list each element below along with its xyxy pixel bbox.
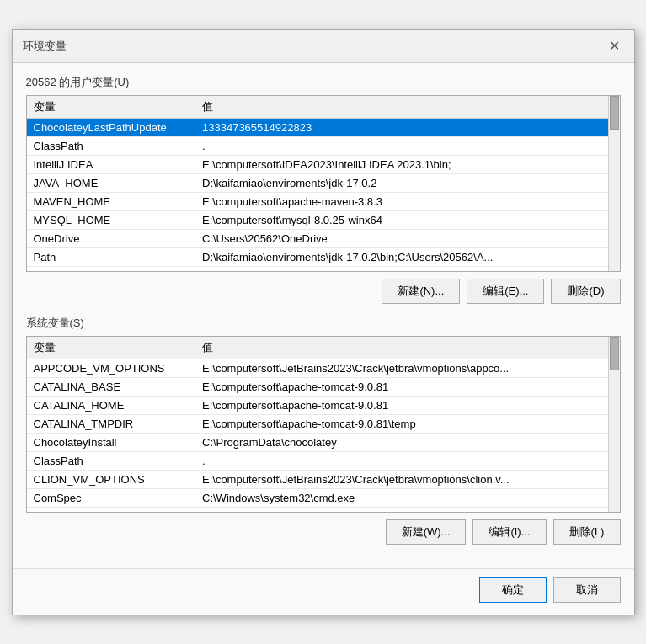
- system-delete-button[interactable]: 删除(L): [553, 519, 621, 545]
- table-row[interactable]: PathD:\kaifamiao\enviroments\jdk-17.0.2\…: [27, 247, 620, 266]
- var-cell: ChocolateyInstall: [27, 433, 195, 451]
- user-section-label: 20562 的用户变量(U): [26, 75, 621, 90]
- dialog-body: 20562 的用户变量(U) 变量 值 ChocolateyLastPathUp…: [13, 63, 634, 568]
- var-cell: OneDrive: [27, 229, 195, 247]
- val-cell: .: [195, 451, 620, 470]
- user-delete-button[interactable]: 删除(D): [551, 279, 620, 304]
- system-variables-table: 变量 值 APPCODE_VM_OPTIONSE:\computersoft\J…: [27, 337, 620, 508]
- var-cell: IntelliJ IDEA: [27, 155, 195, 173]
- system-table-body: APPCODE_VM_OPTIONSE:\computersoft\JetBra…: [27, 359, 620, 507]
- dialog-title: 环境变量: [23, 39, 67, 54]
- table-row[interactable]: ClassPath.: [27, 451, 620, 470]
- var-cell: CATALINA_BASE: [27, 377, 195, 396]
- table-row[interactable]: ClassPath.: [27, 136, 620, 155]
- val-cell: C:\Users\20562\OneDrive: [195, 229, 620, 247]
- user-col-val-header: 值: [195, 96, 620, 119]
- user-variables-table: 变量 值 ChocolateyLastPathUpdate13334736551…: [27, 96, 620, 267]
- user-table-body: ChocolateyLastPathUpdate1333473655149228…: [27, 118, 620, 266]
- var-cell: ChocolateyLastPathUpdate: [27, 118, 195, 136]
- system-section-label: 系统变量(S): [26, 316, 621, 331]
- system-variables-section: 系统变量(S) 变量 值 APPCODE_VM_OPTIONSE:\comput…: [26, 316, 621, 513]
- table-row[interactable]: IntelliJ IDEAE:\computersoft\IDEA2023\In…: [27, 155, 620, 173]
- var-cell: ClassPath: [27, 136, 195, 155]
- title-bar: 环境变量 ✕: [13, 30, 634, 63]
- var-cell: ComSpec: [27, 488, 195, 507]
- system-col-var-header: 变量: [27, 337, 195, 359]
- cancel-button[interactable]: 取消: [553, 577, 621, 603]
- table-row[interactable]: OneDriveC:\Users\20562\OneDrive: [27, 229, 620, 247]
- var-cell: MYSQL_HOME: [27, 210, 195, 229]
- system-scrollbar-thumb[interactable]: [610, 337, 619, 370]
- table-row[interactable]: JAVA_HOMED:\kaifamiao\enviroments\jdk-17…: [27, 173, 620, 192]
- footer-buttons: 确定 取消: [13, 568, 634, 615]
- close-button[interactable]: ✕: [606, 37, 624, 56]
- user-variables-table-container: 变量 值 ChocolateyLastPathUpdate13334736551…: [26, 95, 621, 272]
- user-table-header: 变量 值: [27, 96, 620, 119]
- table-row[interactable]: CLION_VM_OPTIONSE:\computersoft\JetBrain…: [27, 470, 620, 488]
- table-row[interactable]: APPCODE_VM_OPTIONSE:\computersoft\JetBra…: [27, 359, 620, 377]
- user-edit-button[interactable]: 编辑(E)...: [467, 279, 544, 304]
- user-scrollbar-track[interactable]: [608, 96, 620, 271]
- var-cell: CLION_VM_OPTIONS: [27, 470, 195, 488]
- ok-button[interactable]: 确定: [479, 577, 547, 603]
- system-col-val-header: 值: [195, 337, 620, 359]
- val-cell: 133347365514922823: [195, 118, 620, 136]
- val-cell: E:\computersoft\apache-tomcat-9.0.81: [195, 396, 620, 414]
- var-cell: Path: [27, 247, 195, 266]
- system-variables-table-container: 变量 值 APPCODE_VM_OPTIONSE:\computersoft\J…: [26, 336, 621, 513]
- val-cell: D:\kaifamiao\enviroments\jdk-17.0.2\bin;…: [195, 247, 620, 266]
- system-table-header: 变量 值: [27, 337, 620, 359]
- val-cell: E:\computersoft\apache-tomcat-9.0.81\tem…: [195, 414, 620, 433]
- system-new-button[interactable]: 新建(W)...: [386, 519, 467, 545]
- var-cell: JAVA_HOME: [27, 173, 195, 192]
- var-cell: ClassPath: [27, 451, 195, 470]
- val-cell: C:\ProgramData\chocolatey: [195, 433, 620, 451]
- table-row[interactable]: CATALINA_TMPDIRE:\computersoft\apache-to…: [27, 414, 620, 433]
- table-row[interactable]: ComSpecC:\Windows\system32\cmd.exe: [27, 488, 620, 507]
- user-scrollbar-thumb[interactable]: [610, 96, 619, 130]
- environment-variables-dialog: 环境变量 ✕ 20562 的用户变量(U) 变量 值 ChocolateyLas…: [12, 29, 635, 615]
- val-cell: E:\computersoft\apache-tomcat-9.0.81: [195, 377, 620, 396]
- table-row[interactable]: CATALINA_BASEE:\computersoft\apache-tomc…: [27, 377, 620, 396]
- var-cell: APPCODE_VM_OPTIONS: [27, 359, 195, 377]
- var-cell: CATALINA_TMPDIR: [27, 414, 195, 433]
- val-cell: C:\Windows\system32\cmd.exe: [195, 488, 620, 507]
- val-cell: E:\computersoft\IDEA2023\IntelliJ IDEA 2…: [195, 155, 620, 173]
- val-cell: D:\kaifamiao\enviroments\jdk-17.0.2: [195, 173, 620, 192]
- table-row[interactable]: ChocolateyInstallC:\ProgramData\chocolat…: [27, 433, 620, 451]
- user-button-row: 新建(N)... 编辑(E)... 删除(D): [26, 279, 621, 304]
- val-cell: E:\computersoft\mysql-8.0.25-winx64: [195, 210, 620, 229]
- table-row[interactable]: MYSQL_HOMEE:\computersoft\mysql-8.0.25-w…: [27, 210, 620, 229]
- val-cell: .: [195, 136, 620, 155]
- table-row[interactable]: ChocolateyLastPathUpdate1333473655149228…: [27, 118, 620, 136]
- var-cell: CATALINA_HOME: [27, 396, 195, 414]
- system-scrollbar-track[interactable]: [608, 337, 620, 512]
- system-edit-button[interactable]: 编辑(I)...: [472, 519, 546, 545]
- val-cell: E:\computersoft\apache-maven-3.8.3: [195, 192, 620, 210]
- user-col-var-header: 变量: [27, 96, 195, 119]
- user-new-button[interactable]: 新建(N)...: [382, 279, 460, 304]
- table-row[interactable]: CATALINA_HOMEE:\computersoft\apache-tomc…: [27, 396, 620, 414]
- val-cell: E:\computersoft\JetBrains2023\Crack\jetb…: [195, 470, 620, 488]
- system-button-row: 新建(W)... 编辑(I)... 删除(L): [26, 519, 621, 545]
- var-cell: MAVEN_HOME: [27, 192, 195, 210]
- table-row[interactable]: MAVEN_HOMEE:\computersoft\apache-maven-3…: [27, 192, 620, 210]
- val-cell: E:\computersoft\JetBrains2023\Crack\jetb…: [195, 359, 620, 377]
- user-variables-section: 20562 的用户变量(U) 变量 值 ChocolateyLastPathUp…: [26, 75, 621, 272]
